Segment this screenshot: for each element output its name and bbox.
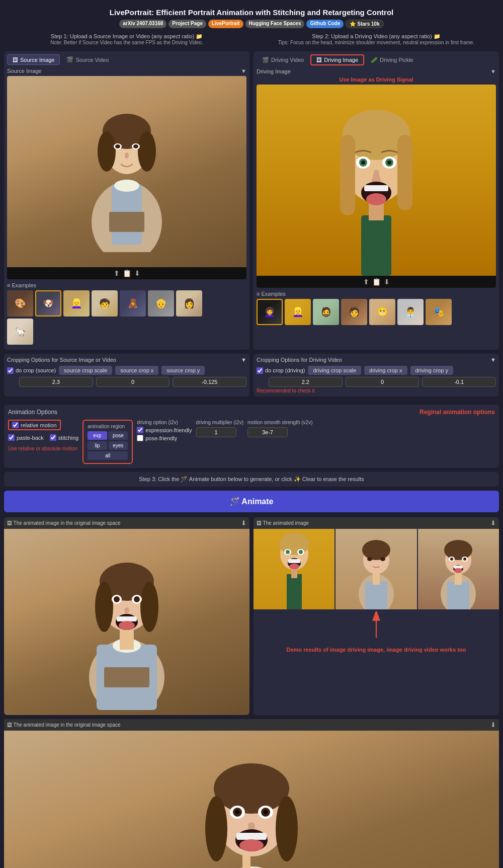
driving-example-1[interactable]: 👩‍🦱	[257, 299, 283, 325]
multiplier-col: driving multiplier (i2v)	[196, 420, 243, 437]
source-download-btn[interactable]: ⬇	[134, 269, 140, 277]
animation-region-box: animation region exp pose lip eyes all	[82, 420, 133, 464]
source-example-2[interactable]: 🐶	[35, 290, 61, 317]
driving-x-input[interactable]	[346, 377, 420, 387]
app-title: LivePortrait: Efficient Portrait Animati…	[4, 4, 499, 20]
source-do-crop-label[interactable]: do crop (source)	[7, 367, 56, 374]
driving-y-btn[interactable]: driving crop y	[410, 366, 453, 375]
source-example-6[interactable]: 👴	[148, 290, 174, 317]
svg-point-24	[387, 161, 391, 165]
driving-y-input[interactable]	[422, 377, 496, 387]
tab-source-image[interactable]: 🖼 Source Image	[7, 54, 60, 65]
pose-friendly-checkbox[interactable]	[137, 435, 143, 441]
badge-huggingface[interactable]: Hugging Face Spaces	[245, 20, 305, 28]
driving-options-col: driving option (i2v) expression-friendly…	[137, 420, 192, 441]
source-tabs: 🖼 Source Image 🎬 Source Video	[7, 54, 246, 65]
badge-arxiv[interactable]: arXiv 2407.03168	[119, 20, 166, 28]
step2-label: Step 2: Upload a Driving Video (any aspe…	[254, 33, 499, 45]
svg-point-50	[286, 550, 290, 554]
driving-example-4[interactable]: 🧑	[341, 299, 367, 325]
source-y-btn[interactable]: source crop y	[161, 366, 205, 375]
animation-options-panel: Animation Options Reginal animation opti…	[4, 405, 499, 468]
step1-label: Step 1: Upload a Source Image or Video (…	[4, 33, 249, 45]
source-crop-header: Cropping Options for Source Image or Vid…	[7, 357, 246, 363]
source-scale-input[interactable]	[19, 377, 93, 387]
source-do-crop-checkbox[interactable]	[7, 367, 14, 374]
tab-source-video[interactable]: 🎬 Source Video	[61, 54, 114, 65]
svg-rect-13	[361, 215, 391, 276]
paste-back-label[interactable]: paste-back	[8, 434, 44, 441]
stitching-label[interactable]: stitching	[50, 434, 78, 441]
driving-scale-input[interactable]	[269, 377, 343, 387]
multiplier-input[interactable]	[196, 427, 236, 437]
driving-upload-btn[interactable]: ⬆	[363, 278, 369, 286]
driving-example-7[interactable]: 🎭	[426, 299, 452, 325]
driving-example-2[interactable]: 👱‍♀️	[285, 299, 311, 325]
driving-copy-btn[interactable]: 📋	[372, 278, 381, 286]
relative-motion-checkbox[interactable]	[12, 422, 19, 428]
svg-rect-44	[104, 667, 149, 687]
region-all-btn[interactable]: all	[88, 451, 128, 460]
region-pose-btn[interactable]: pose	[109, 431, 128, 440]
badge-stars[interactable]: ⭐ Stars 10k	[346, 20, 383, 28]
driving-crop-header: Cropping Options for Driving Video ▼	[257, 357, 496, 363]
result-fullwidth-download[interactable]: ⬇	[490, 721, 496, 729]
svg-point-87	[235, 810, 239, 814]
driving-example-5[interactable]: 😬	[369, 299, 395, 325]
relative-motion-hint: Use relative or absolute motion	[8, 446, 78, 451]
result-right-download[interactable]: ⬇	[490, 519, 496, 527]
result-left-download[interactable]: ⬇	[241, 519, 246, 527]
expression-friendly-label[interactable]: expression-friendly	[137, 427, 192, 433]
svg-rect-64	[447, 582, 469, 609]
relative-motion-label[interactable]: relative motion	[8, 420, 61, 430]
source-upload-btn[interactable]: ⬆	[114, 269, 120, 277]
smooth-input[interactable]	[247, 427, 288, 437]
result-fullwidth-header: 🖼 The animated image in the original ima…	[4, 719, 499, 731]
source-example-alpaca[interactable]: 🦙	[7, 319, 33, 345]
badge-github[interactable]: Github Code	[306, 20, 344, 28]
tab-driving-pickle[interactable]: 🥒 Driving Pickle	[365, 54, 419, 65]
driving-do-crop-label[interactable]: do crop (driving)	[257, 367, 305, 374]
driving-example-3[interactable]: 🧔	[313, 299, 339, 325]
svg-point-61	[367, 557, 372, 561]
svg-point-48	[279, 533, 309, 555]
source-example-5[interactable]: 🧸	[120, 290, 146, 317]
region-exp-btn[interactable]: exp	[88, 431, 107, 440]
svg-point-8	[133, 144, 138, 148]
driving-download-btn[interactable]: ⬇	[384, 278, 390, 286]
driving-example-6[interactable]: 👨‍💼	[397, 299, 424, 325]
stitching-checkbox[interactable]	[50, 434, 56, 441]
tab-driving-image[interactable]: 🖼 Driving Image	[310, 54, 364, 65]
paste-back-checkbox[interactable]	[8, 434, 15, 441]
source-x-btn[interactable]: source crop x	[115, 366, 158, 375]
source-example-3[interactable]: 👱‍♀️	[63, 290, 90, 317]
svg-point-21	[361, 161, 365, 165]
svg-point-9	[125, 152, 129, 159]
result-demo-driving	[254, 529, 334, 609]
region-buttons: exp pose lip eyes all	[88, 431, 128, 460]
driving-x-btn[interactable]: driving crop x	[364, 366, 407, 375]
source-crop-panel: Cropping Options for Source Image or Vid…	[4, 354, 249, 397]
animate-button[interactable]: 🪄 Animate	[4, 491, 499, 512]
source-x-input[interactable]	[96, 377, 170, 387]
source-y-input[interactable]	[173, 377, 246, 387]
pose-friendly-label[interactable]: pose-friendly	[137, 435, 192, 441]
source-example-7[interactable]: 👩	[176, 290, 202, 317]
badge-project[interactable]: Project Page	[169, 20, 206, 28]
expression-friendly-checkbox[interactable]	[137, 427, 143, 433]
driving-scale-btn[interactable]: driving crop scale	[308, 366, 361, 375]
result-left-image	[4, 529, 249, 715]
driving-do-crop-checkbox[interactable]	[257, 367, 263, 374]
region-lip-btn[interactable]: lip	[88, 441, 107, 450]
driving-crop-controls: do crop (driving) driving crop scale dri…	[257, 366, 496, 387]
badge-liveportrait[interactable]: LivePortrait	[208, 20, 243, 28]
svg-point-82	[214, 763, 289, 814]
tab-driving-video[interactable]: 🎬 Driving Video	[257, 54, 309, 65]
badge-row: arXiv 2407.03168 Project Page LivePortra…	[4, 20, 499, 28]
result-left-panel: 🖼 The animated image in the original ima…	[4, 517, 249, 715]
source-example-4[interactable]: 🧒	[92, 290, 118, 317]
source-example-1[interactable]: 🎨	[7, 290, 33, 317]
region-eyes-btn[interactable]: eyes	[109, 441, 128, 450]
source-copy-btn[interactable]: 📋	[123, 269, 131, 277]
source-scale-btn[interactable]: source crop scale	[59, 366, 112, 375]
